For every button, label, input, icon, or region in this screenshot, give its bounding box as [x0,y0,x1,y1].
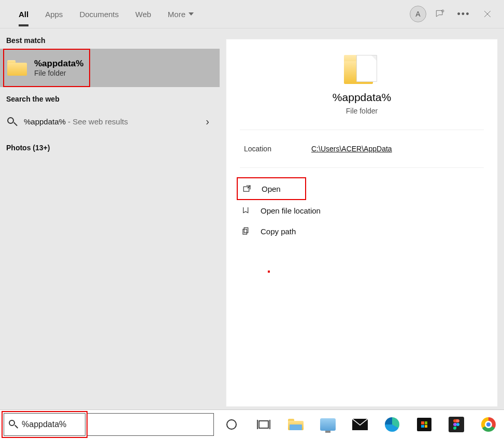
detail-pane: %appdata% File folder Location C:\Users\… [220,29,504,409]
action-open-location-label: Open file location [261,206,321,215]
tab-more[interactable]: More [160,3,202,26]
open-location-icon [241,205,251,216]
open-icon [242,183,252,194]
results-pane: Best match %appdata% File folder Search … [0,29,220,409]
chevron-down-icon [189,12,194,16]
detail-title: %appdata% [333,91,391,104]
cortana-icon[interactable] [221,414,242,435]
mail-icon[interactable] [350,414,370,435]
detail-subtitle: File folder [346,107,378,115]
svg-point-4 [227,420,236,429]
svg-rect-5 [259,421,268,428]
action-open-file-location[interactable]: Open file location [237,200,484,221]
search-icon [6,116,18,128]
tab-apps[interactable]: Apps [37,3,71,26]
task-view-icon[interactable] [253,414,274,435]
figma-icon[interactable] [446,414,467,435]
action-copy-path-label: Copy path [261,227,296,236]
taskbar-search-extension[interactable] [88,413,214,436]
folder-large-icon [344,55,380,84]
annotation-dot [268,271,270,273]
tab-more-label: More [168,10,185,19]
feedback-icon[interactable] [429,4,450,24]
tab-all[interactable]: All [10,3,37,26]
app-monitor-icon[interactable] [318,414,338,435]
taskbar-search-input[interactable]: %appdata% [4,413,85,436]
annotation-highlight [3,49,90,87]
taskbar: %appdata% [0,409,504,439]
microsoft-store-icon[interactable] [414,414,435,435]
search-input-value: %appdata% [22,420,66,429]
svg-point-0 [442,10,444,12]
section-search-web: Search the web [0,87,220,107]
action-open[interactable]: Open [237,177,306,200]
copy-icon [241,226,251,236]
file-explorer-icon[interactable] [285,414,306,435]
close-icon[interactable] [477,4,498,24]
location-value[interactable]: C:\Users\ACER\AppData [311,145,392,153]
action-open-label: Open [262,185,281,193]
svg-rect-3 [243,229,247,234]
best-match-result[interactable]: %appdata% File folder [0,49,220,87]
tab-web[interactable]: Web [127,3,160,26]
tabs-header: All Apps Documents Web More A ••• [0,0,504,29]
action-copy-path[interactable]: Copy path [237,221,484,242]
svg-point-9 [456,423,459,426]
more-options-icon[interactable]: ••• [453,4,474,24]
svg-rect-2 [244,228,248,233]
web-result-query: %appdata% [24,117,66,126]
user-avatar[interactable]: A [410,6,426,22]
annotation-highlight-searchbox: %appdata% [2,411,88,438]
web-result[interactable]: %appdata% - See web results › [0,107,220,136]
location-label: Location [244,145,311,153]
section-photos[interactable]: Photos (13+) [0,136,220,156]
edge-icon[interactable] [382,414,402,435]
chevron-right-icon: › [206,116,211,128]
web-result-suffix: - See web results [66,117,128,126]
chrome-icon[interactable] [478,414,499,435]
tab-documents[interactable]: Documents [71,3,127,26]
section-best-match: Best match [0,29,220,49]
search-icon [8,419,19,430]
